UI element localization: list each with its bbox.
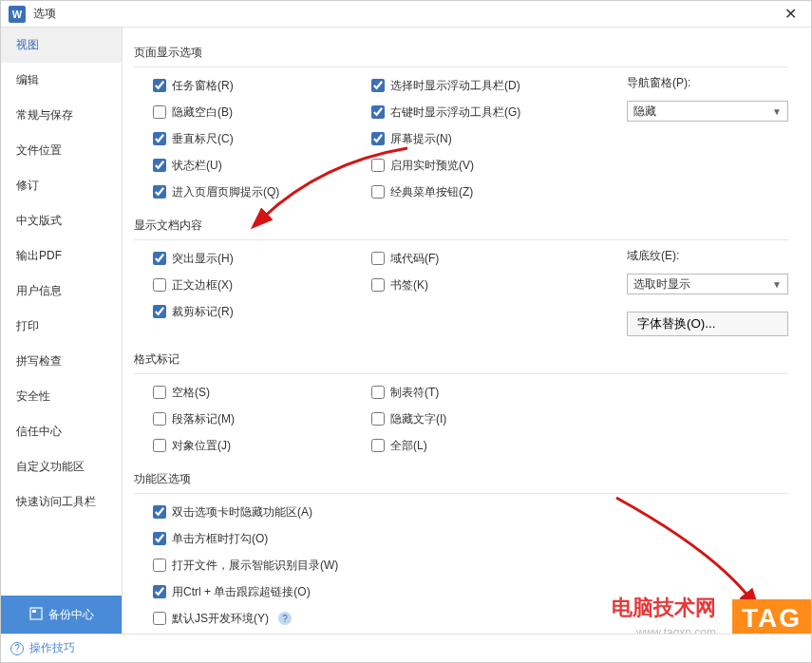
sidebar-item[interactable]: 安全性 (1, 379, 122, 414)
sidebar-item[interactable]: 中文版式 (1, 203, 122, 238)
close-button[interactable]: ✕ (777, 1, 803, 28)
checkbox[interactable] (153, 505, 166, 519)
sidebar-item[interactable]: 拼写检查 (1, 344, 122, 379)
checkbox-option[interactable]: 全部(L) (371, 435, 627, 456)
checkbox[interactable] (153, 412, 166, 426)
checkbox-label: 状态栏(U) (172, 158, 222, 174)
checkbox-option[interactable]: 隐藏文字(I) (371, 408, 627, 429)
checkbox-label: 全部(L) (390, 438, 427, 454)
checkbox[interactable] (153, 159, 166, 172)
checkbox[interactable] (371, 185, 385, 199)
svg-rect-1 (32, 610, 36, 613)
checkbox-option[interactable]: 右键时显示浮动工具栏(G) (371, 102, 627, 123)
field-shading-select[interactable]: 选取时显示 ▼ (627, 274, 788, 294)
checkbox[interactable] (153, 612, 166, 625)
checkbox[interactable] (153, 278, 166, 292)
checkbox-option[interactable]: 双击选项卡时隐藏功能区(A) (153, 502, 788, 522)
checkbox-option[interactable]: 垂直标尺(C) (153, 128, 371, 149)
checkbox[interactable] (371, 278, 385, 292)
checkbox-label: 隐藏文字(I) (390, 411, 446, 427)
checkbox-option[interactable]: 裁剪标记(R) (153, 301, 371, 322)
checkbox-option[interactable]: 空格(S) (153, 382, 371, 403)
sidebar-item[interactable]: 编辑 (1, 63, 122, 98)
checkbox-label: 默认JS开发环境(Y) (172, 611, 269, 627)
checkbox[interactable] (371, 386, 385, 399)
sidebar-item[interactable]: 修订 (1, 168, 122, 203)
checkbox-option[interactable]: 突出显示(H) (153, 248, 371, 269)
checkbox[interactable] (153, 105, 166, 119)
backup-icon (29, 607, 43, 623)
checkbox[interactable] (153, 79, 166, 92)
checkbox[interactable] (371, 439, 385, 452)
chevron-down-icon: ▼ (772, 279, 782, 290)
checkbox[interactable] (371, 412, 385, 426)
checkbox-option[interactable]: 书签(K) (371, 275, 627, 295)
checkbox-option[interactable]: 启用实时预览(V) (371, 155, 627, 176)
checkbox-label: 屏幕提示(N) (390, 131, 452, 147)
checkbox-option[interactable]: 隐藏空白(B) (153, 102, 371, 123)
sidebar-item[interactable]: 输出PDF (1, 238, 122, 274)
checkbox-option[interactable]: 经典菜单按钮(Z) (371, 181, 627, 202)
checkbox-label: 启用实时预览(V) (390, 158, 474, 174)
app-icon: W (9, 6, 26, 23)
section-title: 显示文档内容 (134, 212, 788, 240)
font-substitution-button[interactable]: 字体替换(O)... (627, 312, 788, 336)
checkbox-option[interactable]: 打开文件，展示智能识别目录(W) (153, 555, 788, 576)
checkbox[interactable] (153, 386, 166, 399)
checkbox[interactable] (371, 79, 385, 92)
sidebar-item[interactable]: 快速访问工具栏 (1, 484, 122, 520)
checkbox-label: 空格(S) (172, 385, 210, 401)
sidebar-item[interactable]: 信任中心 (1, 414, 122, 449)
checkbox[interactable] (153, 185, 166, 199)
checkbox-option[interactable]: 正文边框(X) (153, 275, 371, 295)
chevron-down-icon: ▼ (772, 106, 782, 117)
section-format-marks: 格式标记 空格(S)段落标记(M)对象位置(J) 制表符(T)隐藏文字(I)全部… (134, 346, 788, 460)
checkbox-option[interactable]: 进入页眉页脚提示(Q) (153, 181, 371, 202)
checkbox[interactable] (153, 439, 166, 452)
checkbox-option[interactable]: 状态栏(U) (153, 155, 371, 176)
content-pane: 页面显示选项 任务窗格(R)隐藏空白(B)垂直标尺(C)状态栏(U)进入页眉页脚… (123, 28, 811, 634)
checkbox[interactable] (153, 252, 166, 265)
nav-pane-value: 隐藏 (633, 104, 656, 120)
section-title: 格式标记 (134, 346, 788, 374)
checkbox-option[interactable]: 域代码(F) (371, 248, 627, 269)
sidebar-item[interactable]: 常规与保存 (1, 98, 122, 133)
checkbox[interactable] (371, 159, 385, 172)
checkbox-label: 右键时显示浮动工具栏(G) (390, 104, 520, 121)
sidebar-item[interactable]: 打印 (1, 309, 122, 344)
sidebar-item[interactable]: 用户信息 (1, 274, 122, 309)
checkbox[interactable] (371, 132, 385, 145)
checkbox-label: 选择时显示浮动工具栏(D) (390, 78, 520, 94)
field-shading-label: 域底纹(E): (627, 248, 788, 264)
section-title: 功能区选项 (134, 465, 788, 494)
checkbox-option[interactable]: 制表符(T) (371, 382, 627, 403)
checkbox[interactable] (153, 532, 166, 545)
nav-pane-select[interactable]: 隐藏 ▼ (627, 101, 788, 122)
checkbox[interactable] (371, 252, 385, 265)
checkbox-option[interactable]: 选择时显示浮动工具栏(D) (371, 75, 627, 96)
checkbox-option[interactable]: 任务窗格(R) (153, 75, 371, 96)
tips-link[interactable]: 操作技巧 (29, 640, 75, 656)
checkbox-option[interactable]: 段落标记(M) (153, 408, 371, 429)
checkbox[interactable] (153, 132, 166, 145)
checkbox-option[interactable]: 对象位置(J) (153, 435, 371, 456)
checkbox[interactable] (371, 105, 385, 119)
checkbox[interactable] (153, 585, 166, 598)
checkbox-label: 制表符(T) (390, 385, 439, 401)
sidebar-item[interactable]: 文件位置 (1, 133, 122, 168)
sidebar-items: 视图编辑常规与保存文件位置修订中文版式输出PDF用户信息打印拼写检查安全性信任中… (1, 28, 122, 596)
checkbox-label: 经典菜单按钮(Z) (390, 184, 473, 200)
checkbox-label: 段落标记(M) (172, 411, 235, 427)
info-icon[interactable]: ? (278, 612, 292, 625)
checkbox-label: 隐藏空白(B) (172, 104, 233, 121)
help-icon[interactable]: ? (10, 642, 24, 655)
checkbox-option[interactable]: 屏幕提示(N) (371, 128, 627, 149)
checkbox[interactable] (153, 305, 166, 318)
checkbox-option[interactable]: 单击方框时打勾(O) (153, 528, 788, 549)
titlebar: W 选项 ✕ (1, 1, 811, 28)
sidebar-item[interactable]: 自定义功能区 (1, 449, 122, 484)
section-title: 页面显示选项 (134, 39, 788, 67)
backup-center-button[interactable]: 备份中心 (1, 596, 122, 634)
checkbox[interactable] (153, 559, 166, 572)
sidebar-item[interactable]: 视图 (1, 28, 122, 63)
